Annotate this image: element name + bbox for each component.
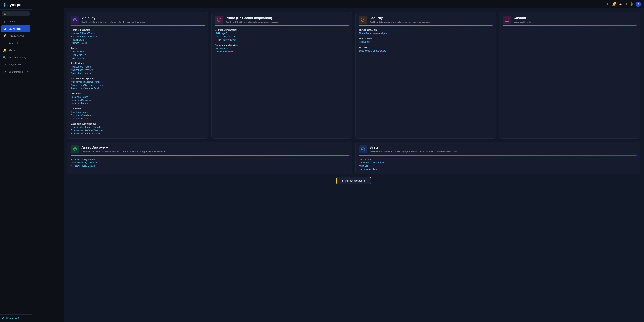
custom-desc: User's dashboards (514, 20, 530, 23)
security-card: Security Dashboards to analize and monit… (355, 12, 496, 139)
link-exporters-details[interactable]: Exporters & Interfaces Details (71, 132, 205, 135)
sidebar-item-quick-analysis[interactable]: ⚡ Quick Analysis (1, 32, 30, 39)
svg-point-4 (218, 19, 220, 20)
system-desc: Dashboards to analize and monitoring sys… (370, 150, 458, 153)
asset-discovery-divider (71, 155, 349, 156)
link-ports-trends[interactable]: Ports Trends (71, 50, 205, 53)
link-hardware-performance[interactable]: Hardware & Performance (359, 161, 637, 164)
asset-discovery-card-header: Asset Discovery Dashboards to discover n… (71, 145, 349, 154)
link-hosts-subnets-overview[interactable]: Hosts & Subnets Overview (71, 35, 205, 38)
probe-divider (215, 25, 349, 26)
avatar[interactable]: A (636, 1, 641, 7)
custom-icon (503, 16, 511, 24)
full-dashboards-label: Full dashboards list (345, 179, 366, 182)
link-autonomous-trends[interactable]: Autonomous Systems Trends (71, 81, 205, 83)
sidebar-item-raw-data[interactable]: ☰ Raw Data (1, 40, 30, 46)
logo-text: sycope (7, 3, 22, 7)
sidebar-item-configuration[interactable]: ⚙ Configuration ▾ (1, 68, 30, 75)
probe-title: Probe (L7 Packet Inspection) (226, 16, 279, 20)
visibility-body: Hosts & Subnets: Hosts & Subnets Trends … (71, 29, 205, 135)
link-asset-discovery-overview[interactable]: Asset Discovery Overview (71, 161, 349, 164)
link-countries-details[interactable]: Countries Details (71, 117, 205, 120)
visibility-section-ports: Ports: Ports Trends Ports Overview Ports… (71, 47, 205, 59)
link-hosts-subnets-trends[interactable]: Hosts & Subnets Trends (71, 32, 205, 35)
link-subnets-details[interactable]: Subnets Details (71, 42, 205, 44)
full-dashboards-button[interactable]: ⊞ Full dashboards list (336, 177, 371, 184)
visibility-section-countries: Countries: Countries Trends Countries Ov… (71, 107, 205, 120)
visibility-section-autonomous: Autonomous Systems: Autonomous Systems T… (71, 77, 205, 90)
whats-new-button[interactable]: ⟳ What's new? (0, 315, 32, 322)
sidebar: ◎ sycope ⚠ 2 ⌂ Home ⊞ Dashboards ⚡ Quick… (0, 0, 32, 322)
alert-count: 2 (7, 12, 9, 15)
link-performance[interactable]: Performance (215, 47, 349, 50)
link-delay-metrics[interactable]: Delay metrics time (215, 50, 349, 53)
home-icon: ⌂ (3, 20, 6, 23)
sidebar-item-alerts[interactable]: 🔔 Alerts (1, 47, 30, 54)
visibility-card: Visibility Dashboards to analize and mon… (67, 12, 208, 139)
configuration-icon: ⚙ (3, 70, 6, 73)
link-countries-trends[interactable]: Countries Trends (71, 111, 205, 113)
link-exporters-trends[interactable]: Exporters & Interfaces Trends (71, 126, 205, 129)
system-card: System Dashboards to analize and monitor… (355, 142, 640, 174)
link-asset-discovery-trends[interactable]: Asset Discovery Trends (71, 158, 349, 161)
link-ports-details[interactable]: Ports Details (71, 57, 205, 59)
system-card-header: System Dashboards to analize and monitor… (359, 145, 637, 154)
security-section-various: Various: Suspicious & Unauthorized (359, 46, 493, 52)
link-applications-trends[interactable]: Applications Trends (71, 65, 205, 68)
link-autonomous-details[interactable]: Autonomous Systems Details (71, 87, 205, 90)
link-http-traffic[interactable]: HTTP Traffic Analysis (215, 38, 349, 41)
link-autonomous-overview[interactable]: Autonomous Systems Overview (71, 84, 205, 86)
link-ports-overview[interactable]: Ports Overview (71, 54, 205, 56)
bookmark-icon[interactable]: 🔖 (618, 2, 622, 6)
link-exporters-overview[interactable]: Exporters & Interfaces Overview (71, 129, 205, 132)
notifications-icon[interactable]: 🔔 1 (612, 2, 616, 6)
sidebar-item-dashboards[interactable]: ⊞ Dashboards (1, 25, 30, 32)
link-ndpi-layer7[interactable]: nDPI Layer7 (215, 32, 349, 35)
edit-icon[interactable]: ✏ (631, 2, 634, 6)
security-divider (359, 25, 493, 26)
link-audit-log[interactable]: Audit Log (359, 164, 637, 167)
logo: ◎ sycope (0, 0, 32, 10)
asset-discovery-icon (71, 145, 79, 154)
link-license-utilization[interactable]: License utilization (359, 168, 637, 170)
quick-analysis-icon: ⚡ (3, 34, 6, 37)
link-locations-trends[interactable]: Locations Trends (71, 96, 205, 98)
sidebar-item-home[interactable]: ⌂ Home (1, 18, 30, 25)
notification-dot: 1 (614, 1, 616, 4)
link-locations-overview[interactable]: Locations Overview (71, 99, 205, 102)
visibility-title: Visibility (82, 16, 145, 20)
visibility-desc: Dashboards to analize and monitoring net… (82, 20, 145, 23)
visibility-section-locations: Locations: Locations Trends Locations Ov… (71, 92, 205, 105)
link-suspicious[interactable]: Suspicious & Unauthorized (359, 49, 493, 52)
link-asset-discovery-details[interactable]: Asset Discovery Details (71, 164, 349, 167)
link-hosts-details[interactable]: Hosts Details (71, 38, 205, 41)
grid-icon[interactable]: ⊞ (607, 2, 610, 6)
whats-new-label: What's new? (6, 317, 19, 320)
link-countries-overview[interactable]: Countries Overview (71, 114, 205, 117)
custom-divider (503, 25, 637, 26)
link-locations-details[interactable]: Locations Details (71, 102, 205, 105)
raw-data-icon: ☰ (3, 41, 6, 45)
grid-button-icon: ⊞ (341, 179, 344, 182)
sidebar-item-playground[interactable]: ✏ Playground (1, 61, 30, 68)
link-soc-kpis[interactable]: SOC & KPIs (359, 41, 493, 43)
link-dns-traffic[interactable]: DNS Traffic Analysis (215, 35, 349, 38)
topbar: ⊞ 🔔 1 🔖 ⚙ ❓ A (32, 0, 644, 8)
alert-badge[interactable]: ⚠ 2 (2, 11, 30, 16)
probe-body: L7 Packet Inspection: nDPI Layer7 DNS Tr… (215, 29, 349, 53)
probe-section-l7: L7 Packet Inspection: nDPI Layer7 DNS Tr… (215, 29, 349, 41)
visibility-section-exporters: Exporters & Interfaces: Exporters & Inte… (71, 123, 205, 135)
link-applications-overview[interactable]: Applications Overview (71, 69, 205, 71)
sidebar-item-asset-discovery[interactable]: 🔍 Asset Discovery (1, 54, 30, 61)
sidebar-item-label: Alerts (8, 49, 15, 52)
link-applications-details[interactable]: Applications Details (71, 72, 205, 75)
link-threat-detection[interactable]: Threat Detection & Analysis (359, 32, 493, 35)
full-dashboards-btn-row: ⊞ Full dashboards list (67, 177, 640, 184)
probe-card: Probe (L7 Packet Inspection) Dashboards … (211, 12, 352, 139)
settings-icon[interactable]: ⚙ (624, 2, 627, 6)
asset-discovery-desc: Dashboards to discover network devices, … (82, 150, 167, 153)
link-notifications[interactable]: Notifications (359, 158, 637, 161)
system-title: System (370, 146, 458, 150)
dashboards-icon: ⊞ (3, 27, 6, 30)
svg-rect-10 (76, 149, 77, 150)
